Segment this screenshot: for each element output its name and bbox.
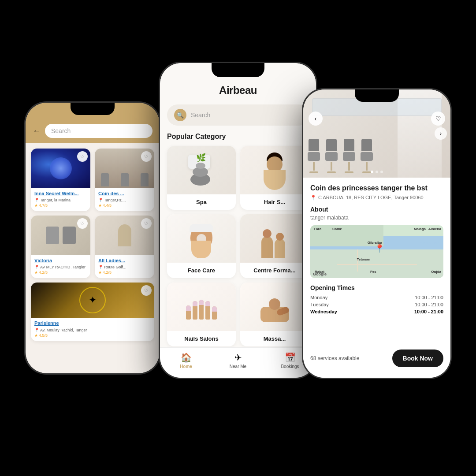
card-image-gold: ✦ (31, 283, 154, 318)
card-info: Coin des ... 📍 Tanger,RE... ★ 4.4/5 (95, 188, 154, 211)
card-info: Inna Secret Welln... 📍 Tanger, la Marina… (31, 188, 90, 211)
centre-image (240, 214, 309, 263)
person1 (261, 236, 273, 258)
category-label-nails: Nails Salons (180, 331, 223, 346)
category-label-hair: Hair S... (260, 194, 290, 210)
chair-unit (361, 139, 373, 173)
card-rating: ★ 4.7/5 (34, 203, 87, 208)
chair-unit (343, 139, 355, 173)
card-info: All Ladies... 📍 Route Golf... ★ 4.2/5 (95, 255, 154, 278)
card-name: Coin des ... (98, 191, 151, 197)
chair-unit (308, 139, 320, 173)
card-rating: ★ 4.4/5 (98, 203, 151, 208)
chair-foot (345, 171, 353, 173)
category-label-spa: Spa (192, 194, 211, 210)
nav-bookings-label: Bookings (281, 364, 299, 369)
chair-foot (362, 171, 371, 173)
left-phone-notch (71, 103, 115, 115)
carousel-dot-1[interactable] (371, 171, 373, 173)
salon-chair (121, 173, 129, 186)
star-icon: ★ (34, 270, 38, 275)
head2 (276, 233, 284, 241)
center-phone: Airbeau 🔍 Search Popular Category 🌿 (159, 62, 317, 379)
card-name: Inna Secret Welln... (34, 191, 87, 197)
about-title: About (310, 206, 443, 213)
map-city-label-malaga: Málaga (414, 227, 426, 231)
map-city-label-almeria: Almeria (428, 227, 441, 231)
salon-hero-image: ‹ ♡ › (303, 89, 450, 178)
list-item[interactable]: ✦ ♡ Parisienne 📍 Av. Moulay Rachid, Tang… (31, 283, 154, 341)
favorite-heart-icon[interactable]: ♡ (77, 151, 88, 162)
opening-hours: 10:00 - 21:00 (414, 309, 443, 314)
opening-times-title: Opening Times (310, 284, 443, 291)
chair-foot (309, 171, 318, 173)
star-icon: ★ (34, 333, 38, 338)
book-now-button[interactable]: Book Now (392, 350, 443, 367)
chair-unit (325, 139, 338, 173)
card-name: Victoria (34, 258, 87, 264)
star-icon: ★ (98, 203, 102, 208)
nail-tip (186, 305, 191, 311)
bookings-icon: 📅 (285, 352, 296, 363)
leaf-icon: 🌿 (196, 153, 206, 163)
about-text: tanger malabata (310, 215, 443, 221)
nav-near-me[interactable]: ✈ Near Me (212, 352, 264, 369)
opening-hours: 10:00 - 21:00 (415, 295, 443, 300)
chair-base (313, 162, 315, 171)
map-location-pin: 📍 (375, 244, 384, 253)
chair-seat (308, 152, 320, 161)
bottom-navigation: 🏠 Home ✈ Near Me 📅 Bookings (160, 347, 316, 378)
near-me-icon: ✈ (234, 352, 242, 363)
headband-decoration (190, 224, 213, 232)
chair-back (344, 139, 354, 151)
category-label-face: Face Care (183, 263, 219, 278)
center-search-bar[interactable]: 🔍 Search (167, 104, 309, 126)
person2 (275, 239, 285, 258)
home-icon: 🏠 (181, 352, 192, 363)
map-sea-label: Alboran Sea (420, 241, 439, 245)
left-search-bar[interactable]: Search (45, 124, 152, 138)
head1 (263, 229, 271, 238)
hero-next-button[interactable]: › (435, 127, 447, 140)
favorite-heart-icon[interactable]: ♡ (141, 218, 152, 229)
left-search-placeholder: Search (51, 127, 71, 134)
back-arrow-icon[interactable]: ← (33, 126, 41, 136)
nav-home[interactable]: 🏠 Home (160, 352, 212, 369)
nail-finger (199, 300, 204, 320)
category-label-centre: Centre Forma... (249, 263, 300, 278)
favorite-heart-icon[interactable]: ♡ (77, 218, 88, 229)
list-item[interactable]: ♡ All Ladies... 📍 Route Golf... ★ 4.2/5 (95, 216, 154, 278)
right-phone-screen: ‹ ♡ › Coin des princesses tanger the bst… (303, 89, 450, 378)
opening-day: Tuesday (310, 302, 329, 307)
map-city-label-oujda: Oujda (431, 270, 441, 274)
opening-row-wednesday: Wednesday 10:00 - 21:00 (310, 309, 443, 314)
salon-chair (141, 173, 149, 186)
location-pin-icon: 📍 (98, 265, 103, 269)
category-card-face[interactable]: Face Care (167, 214, 236, 278)
category-card-hair[interactable]: Hair S... (240, 146, 309, 210)
map-container[interactable]: Faro Cádiz Málaga Almeria Gibraltar Albo… (310, 225, 443, 278)
favorite-heart-icon[interactable]: ♡ (141, 151, 152, 162)
category-label-massage: Massa... (259, 331, 290, 346)
carousel-dot-2[interactable] (376, 171, 378, 173)
address-pin-icon: 📍 (310, 195, 316, 201)
map-road-h (337, 264, 416, 265)
hero-back-button[interactable]: ‹ (309, 112, 323, 126)
chair-base (331, 162, 332, 171)
chair-seat (325, 152, 338, 161)
nail-tip (212, 306, 217, 312)
center-search-placeholder: Search (191, 112, 210, 119)
list-item[interactable]: ♡ Inna Secret Welln... 📍 Tanger, la Mari… (31, 149, 90, 211)
carousel-dot-3[interactable] (380, 171, 383, 173)
salon-interior-image (303, 89, 450, 178)
blue-orb-decoration (50, 157, 72, 179)
hero-favorite-button[interactable]: ♡ (431, 112, 445, 126)
list-item[interactable]: ♡ Victoria 📍 AV MLY RACHID ,Tangier ★ 4.… (31, 216, 90, 278)
list-item[interactable]: ♡ Coin des ... 📍 Tanger,RE... ★ 4.4/5 (95, 149, 154, 211)
hair-illustration (261, 150, 288, 190)
search-icon: 🔍 (174, 109, 186, 121)
category-card-nails[interactable]: Nails Salons (167, 283, 236, 346)
category-card-spa[interactable]: 🌿 Spa (167, 146, 236, 210)
category-card-centre[interactable]: Centre Forma... (240, 214, 309, 278)
category-card-massage[interactable]: Massa... (240, 283, 309, 346)
